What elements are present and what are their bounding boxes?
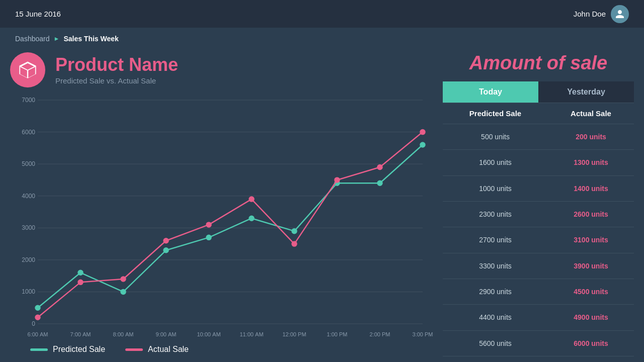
legend-actual-label: Actual Sale xyxy=(148,345,189,354)
table-row: 2900 units 4500 units xyxy=(443,279,634,304)
cell-actual: 3100 units xyxy=(548,227,634,253)
product-name: Product Name xyxy=(55,55,178,75)
cell-predicted: 4400 units xyxy=(443,305,548,330)
cell-predicted: 500 units xyxy=(443,124,548,150)
legend-predicted-line xyxy=(30,348,48,351)
legend-predicted: Predicted Sale xyxy=(30,345,105,354)
app-header: 15 June 2016 John Doe xyxy=(0,0,644,28)
cell-actual: 3900 units xyxy=(548,253,634,279)
cell-predicted: 2900 units xyxy=(443,279,548,304)
cell-actual: 1300 units xyxy=(548,150,634,175)
breadcrumb-arrow-icon: ► xyxy=(54,35,60,42)
header-user: John Doe xyxy=(574,5,629,23)
line-chart xyxy=(10,95,433,339)
box-icon xyxy=(18,60,37,79)
legend-predicted-label: Predicted Sale xyxy=(53,345,105,354)
product-subtitle: Predicted Sale vs. Actual Sale xyxy=(55,76,178,85)
cell-actual: 2600 units xyxy=(548,201,634,227)
breadcrumb-current: Sales This Week xyxy=(63,35,118,43)
main-content: Product Name Predicted Sale vs. Actual S… xyxy=(0,50,644,361)
tab-row: Today Yesterday xyxy=(443,81,634,103)
legend-actual-line xyxy=(125,348,143,351)
cell-predicted: 5600 units xyxy=(443,330,548,356)
right-panel: Amount of sale Today Yesterday Predicted… xyxy=(443,50,634,356)
chart-legend: Predicted Sale Actual Sale xyxy=(10,339,433,356)
cell-predicted: 1600 units xyxy=(443,150,548,175)
cell-actual: 6000 units xyxy=(548,330,634,356)
tab-today[interactable]: Today xyxy=(443,81,538,103)
chart-section: Product Name Predicted Sale vs. Actual S… xyxy=(10,50,433,356)
table-row: 4400 units 4900 units xyxy=(443,305,634,330)
amount-title: Amount of sale xyxy=(443,50,634,81)
cell-predicted: 3300 units xyxy=(443,253,548,279)
table-row: 1600 units 1300 units xyxy=(443,150,634,175)
table-row: 2700 units 3100 units xyxy=(443,227,634,253)
product-icon-circle xyxy=(10,52,45,87)
cell-actual: 4500 units xyxy=(548,279,634,304)
tab-yesterday[interactable]: Yesterday xyxy=(538,81,634,103)
username-label: John Doe xyxy=(574,10,606,18)
col-header-predicted: Predicted Sale xyxy=(443,103,548,124)
header-date: 15 June 2016 xyxy=(15,10,61,18)
breadcrumb-root[interactable]: Dashboard xyxy=(15,35,50,43)
table-row: 500 units 200 units xyxy=(443,124,634,150)
col-header-actual: Actual Sale xyxy=(548,103,634,124)
table-row: 5600 units 6000 units xyxy=(443,330,634,356)
table-row: 3300 units 3900 units xyxy=(443,253,634,279)
cell-predicted: 2300 units xyxy=(443,201,548,227)
chart-container xyxy=(10,95,433,339)
avatar xyxy=(611,5,629,23)
cell-predicted: 1000 units xyxy=(443,175,548,201)
legend-actual: Actual Sale xyxy=(125,345,189,354)
cell-actual: 200 units xyxy=(548,124,634,150)
cell-actual: 1400 units xyxy=(548,175,634,201)
data-table: Predicted Sale Actual Sale 500 units 200… xyxy=(443,103,634,356)
product-header: Product Name Predicted Sale vs. Actual S… xyxy=(10,50,433,90)
cell-predicted: 2700 units xyxy=(443,227,548,253)
table-row: 2300 units 2600 units xyxy=(443,201,634,227)
product-info: Product Name Predicted Sale vs. Actual S… xyxy=(55,55,178,85)
table-row: 1000 units 1400 units xyxy=(443,175,634,201)
cell-actual: 4900 units xyxy=(548,305,634,330)
breadcrumb: Dashboard ► Sales This Week xyxy=(0,28,644,50)
